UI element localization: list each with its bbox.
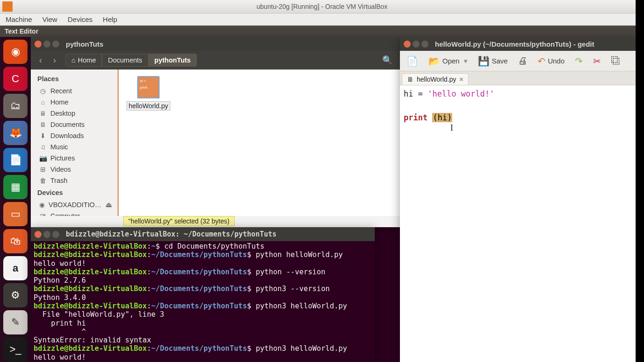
undo-button[interactable]: ↶Undo [535,54,567,69]
search-icon[interactable]: 🔍 [382,55,392,65]
files-title: pythonTuts [66,40,104,48]
launcher-settings[interactable]: ⚙ [3,283,28,307]
sidebar-item-icon: 🗎 [39,121,47,128]
sidebar-item-trash[interactable]: 🗑Trash [31,175,118,186]
save-button[interactable]: 💾Save [475,54,511,69]
launcher-software-center[interactable]: 🛍 [3,229,28,253]
open-button[interactable]: 📂Open▾ [426,54,470,69]
breadcrumb: ⌂Home Documents pythonTuts [65,54,197,67]
menu-devices[interactable]: Devices [68,15,92,23]
files-statusbar: "helloWorld.py" selected (32 bytes) [119,216,400,227]
new-button[interactable]: 📄 [404,54,421,69]
path-home[interactable]: ⌂Home [65,54,102,67]
file-label: helloWorld.py [126,101,171,111]
sidebar-item-music[interactable]: ♫Music [31,141,118,153]
save-icon: 💾 [478,56,490,67]
maximize-icon[interactable] [52,41,59,48]
sidebar-item-home[interactable]: ⌂Home [31,97,118,108]
sidebar-item-icon: 📷 [39,154,47,162]
files-content[interactable]: helloWorld.py [119,70,400,216]
launcher-terminal[interactable]: >_ [3,337,28,362]
cut-icon: ✂ [593,56,601,67]
sidebar-item-icon: ♫ [39,143,47,151]
sidebar-item-pictures[interactable]: 📷Pictures [31,153,118,164]
cut-button[interactable]: ✂ [590,54,604,69]
minimize-icon[interactable] [413,41,420,48]
print-button[interactable]: 🖨 [515,54,530,68]
sidebar-device-computer[interactable]: 🖳Computer [31,210,118,216]
eject-icon[interactable]: ⏏ [105,201,112,209]
menu-help[interactable]: Help [103,15,117,23]
close-icon[interactable] [35,231,42,238]
launcher-writer[interactable]: 📄 [3,148,28,172]
files-titlebar[interactable]: pythonTuts [31,37,400,51]
path-current[interactable]: pythonTuts [148,54,197,67]
home-icon: ⌂ [71,56,76,64]
file-icon: 🗎 [407,76,413,83]
terminal-title: bdizzle@bdizzle-VirtualBox: ~/Documents/… [66,230,277,238]
ubuntu-global-menubar[interactable]: Text Editor [0,26,644,37]
menu-view[interactable]: View [42,15,57,23]
unity-launcher: ◉C🗂🦊📄▦▭🛍a⚙✎>_ [0,37,31,362]
tab-label: helloWorld.py [417,76,456,83]
gedit-tab[interactable]: 🗎 helloWorld.py × [402,73,469,85]
files-toolbar: ‹ › ⌂Home Documents pythonTuts 🔍 [31,51,400,70]
file-item[interactable]: helloWorld.py [125,76,172,111]
vm-title: ubuntu-20g [Running] - Oracle VM Virtual… [257,3,388,10]
launcher-gedit[interactable]: ✎ [3,310,28,334]
vm-titlebar: ubuntu-20g [Running] - Oracle VM Virtual… [0,0,644,14]
gedit-editor[interactable]: hi = 'hello world!' print (hi) I [400,85,636,127]
launcher-files[interactable]: 🗂 [3,94,28,118]
close-icon[interactable] [404,41,411,48]
chevron-down-icon[interactable]: ▾ [464,57,468,65]
virtualbox-icon [2,1,13,12]
path-documents[interactable]: Documents [102,54,148,67]
files-window[interactable]: pythonTuts ‹ › ⌂Home Documents pythonTut… [31,37,400,227]
maximize-icon[interactable] [52,231,59,238]
minimize-icon[interactable] [43,41,50,48]
launcher-impress[interactable]: ▭ [3,202,28,226]
launcher-amazon[interactable]: a [3,256,28,280]
terminal-window[interactable]: bdizzle@bdizzle-VirtualBox: ~/Documents/… [31,227,375,362]
gedit-toolbar: 📄 📂Open▾ 💾Save 🖨 ↶Undo ↷ ✂ ⿻ [400,51,636,71]
selection-status: "helloWorld.py" selected (32 bytes) [123,216,235,226]
terminal-titlebar[interactable]: bdizzle@bdizzle-VirtualBox: ~/Documents/… [31,227,375,241]
minimize-icon[interactable] [43,231,50,238]
text-cursor-icon: I [450,122,453,134]
tab-close-icon[interactable]: × [460,76,463,83]
maximize-icon[interactable] [421,41,428,48]
sidebar-device-icon: 🖳 [39,212,47,216]
gedit-tabbar: 🗎 helloWorld.py × [400,71,636,85]
forward-button[interactable]: › [48,53,62,67]
devices-header: Devices [31,186,118,199]
launcher-ubuntu-dash[interactable]: ◉ [3,40,28,64]
vm-menubar: Machine View Devices Help [0,14,644,26]
launcher-comodo[interactable]: C [3,67,28,91]
undo-icon: ↶ [538,56,546,67]
sidebar-device-icon: ◉ [39,201,45,209]
sidebar-item-documents[interactable]: 🗎Documents [31,119,118,130]
launcher-calc[interactable]: ▦ [3,175,28,199]
sidebar-item-videos[interactable]: ⊞Videos [31,164,118,175]
sidebar-item-downloads[interactable]: ⬇Downloads [31,130,118,141]
python-file-icon [137,76,160,98]
sidebar-item-icon: ⬇ [39,132,47,139]
sidebar-item-desktop[interactable]: 🖥Desktop [31,108,118,119]
print-icon: 🖨 [518,56,527,66]
menu-machine[interactable]: Machine [6,15,32,23]
copy-button[interactable]: ⿻ [609,54,623,68]
terminal-body[interactable]: bdizzle@bdizzle-VirtualBox:~$ cd Documen… [31,241,375,362]
gedit-window[interactable]: helloWorld.py (~/Documents/pythonTuts) -… [400,37,636,362]
files-sidebar: Places ◷Recent⌂Home🖥Desktop🗎Documents⬇Do… [31,70,119,216]
redo-button[interactable]: ↷ [572,54,586,69]
launcher-firefox[interactable]: 🦊 [3,121,28,145]
open-icon: 📂 [428,56,440,67]
close-icon[interactable] [35,41,42,48]
gedit-title: helloWorld.py (~/Documents/pythonTuts) -… [435,40,595,48]
sidebar-item-icon: 🖥 [39,110,47,117]
sidebar-item-recent[interactable]: ◷Recent [31,85,118,97]
back-button[interactable]: ‹ [34,53,48,67]
gedit-titlebar[interactable]: helloWorld.py (~/Documents/pythonTuts) -… [400,37,636,51]
active-app-label: Text Editor [5,28,38,35]
sidebar-device-vboxadditio-[interactable]: ◉VBOXADDITIO…⏏ [31,199,118,210]
